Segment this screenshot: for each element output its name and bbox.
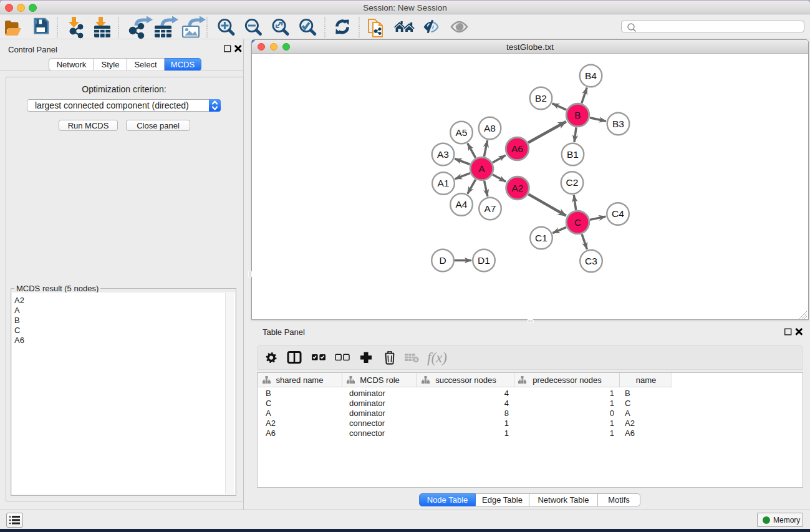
svg-text:B1: B1 (567, 149, 579, 160)
svg-text:A6: A6 (511, 143, 523, 154)
svg-text:A8: A8 (484, 123, 496, 133)
svg-text:B3: B3 (612, 118, 624, 129)
svg-text:C4: C4 (612, 208, 624, 219)
svg-text:C2: C2 (566, 177, 579, 188)
svg-text:B2: B2 (535, 93, 547, 104)
svg-text:A5: A5 (456, 127, 468, 138)
svg-text:A2: A2 (512, 183, 524, 193)
svg-text:B4: B4 (585, 70, 597, 81)
svg-text:D1: D1 (478, 255, 490, 266)
svg-text:f(x): f(x) (427, 350, 447, 365)
svg-text:A3: A3 (437, 149, 449, 160)
svg-text:A4: A4 (456, 199, 468, 210)
svg-text:C: C (574, 217, 581, 228)
svg-text:D: D (439, 255, 446, 266)
svg-text:B: B (574, 110, 581, 120)
svg-text:A: A (478, 163, 485, 174)
svg-text:C1: C1 (535, 233, 547, 243)
svg-text:C3: C3 (585, 256, 597, 266)
svg-text:A1: A1 (438, 178, 450, 188)
svg-text:A7: A7 (485, 203, 496, 214)
